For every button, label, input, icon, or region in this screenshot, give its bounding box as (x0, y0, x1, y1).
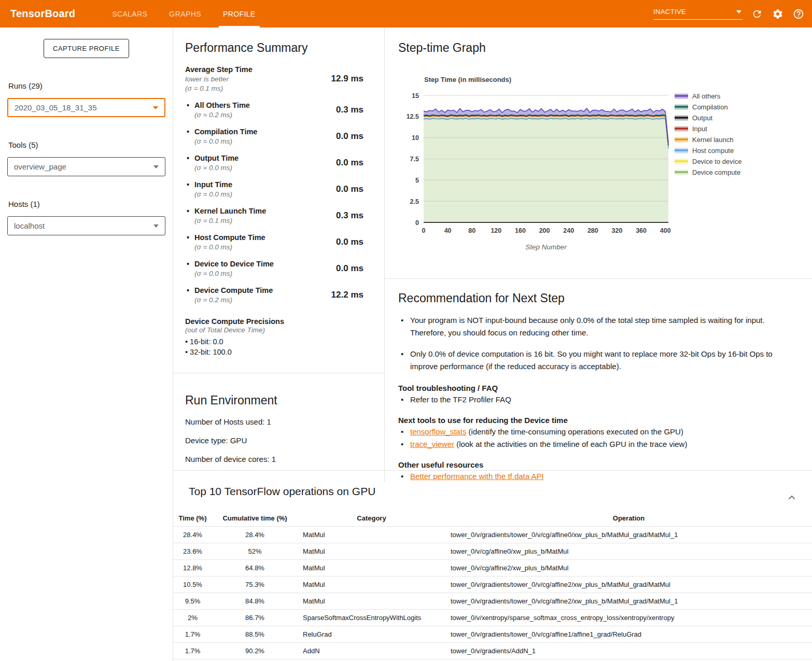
svg-text:Input: Input (692, 125, 707, 133)
table-cell: 10.5% (173, 576, 212, 593)
svg-text:40: 40 (444, 227, 452, 234)
chevron-down-icon (153, 224, 159, 228)
table-cell: tower_0/v/gradients/tower_0/v/cg/affine2… (445, 593, 812, 610)
sidebar: CAPTURE PROFILE Runs (29) 2020_03_05_18_… (0, 27, 173, 661)
device-compute-precisions: Device Compute Precisions (out of Total … (185, 317, 363, 357)
perf-summary-item: •Host Compute Time(σ = 0.0 ms)0.0 ms (185, 233, 363, 251)
tool-link-item: tensorflow_stats (identify the time-cons… (398, 427, 788, 437)
navbar-controls: INACTIVE (653, 8, 812, 20)
table-cell: ReluGrad (298, 626, 445, 643)
svg-text:7.5: 7.5 (410, 156, 419, 163)
svg-text:0: 0 (415, 219, 419, 227)
table-cell: 52% (212, 543, 298, 560)
svg-text:360: 360 (636, 227, 647, 234)
perf-summary-item: •Kernel Launch Time(σ = 0.1 ms)0.3 ms (185, 207, 363, 224)
performance-summary-title: Performance Summary (185, 41, 363, 55)
recommendation-card: Recommendation for Next Step Your progra… (385, 279, 812, 482)
col-time: Time (%) (173, 511, 212, 527)
top-ops-card: Top 10 TensorFlow operations on GPU Time… (173, 471, 812, 661)
col-category: Category (298, 511, 445, 527)
faq-heading: Tool troubleshooting / FAQ (398, 384, 788, 392)
runs-label: Runs (29) (8, 81, 165, 90)
table-row: 23.6%52%MatMultower_0/v/cg/affine0/xw_pl… (173, 543, 812, 560)
table-cell: MatMul (298, 527, 445, 543)
table-cell: tower_0/v/gradients/AddN_1 (445, 643, 812, 659)
svg-text:320: 320 (612, 227, 623, 234)
run-environment-card: Run Environment Number of Hosts used: 1D… (173, 373, 384, 463)
perf-summary-item: •Compilation Time(σ = 0.0 ms)0.0 ms (185, 128, 363, 145)
col-cumulative-time: Cumulative time (%) (212, 511, 298, 527)
table-cell: tower_0/v/gradients/tower_0/v/cg/affine1… (445, 626, 812, 643)
table-cell: tower_0/v/gradients/tower_0/v/cg/affine2… (445, 576, 812, 593)
svg-text:0: 0 (422, 227, 426, 234)
table-cell: MatMul (298, 593, 445, 610)
tab-scalars[interactable]: SCALARS (101, 0, 158, 27)
status-select[interactable]: INACTIVE (653, 8, 743, 20)
refresh-icon[interactable] (751, 8, 763, 20)
table-cell: 1.7% (173, 659, 212, 661)
tab-graphs[interactable]: GRAPHS (158, 0, 212, 27)
step-time-graph-title: Step-time Graph (398, 41, 812, 55)
table-row: 10.5%75.3%MatMultower_0/v/gradients/towe… (173, 576, 812, 593)
table-cell: MatMul (298, 560, 445, 576)
collapse-icon[interactable] (788, 493, 795, 502)
svg-text:All others: All others (692, 92, 721, 100)
run-env-line: Number of device cores: 1 (185, 455, 372, 463)
runs-select[interactable]: 2020_03_05_18_31_35 (7, 98, 165, 117)
table-cell: 12.8% (173, 560, 212, 576)
chevron-down-icon (153, 106, 158, 109)
gear-icon[interactable] (772, 8, 784, 20)
capture-profile-button[interactable]: CAPTURE PROFILE (44, 39, 129, 58)
hosts-select[interactable]: localhost (7, 216, 165, 235)
help-icon[interactable] (792, 8, 805, 20)
svg-text:400: 400 (660, 227, 671, 234)
table-row: 28.4%28.4%MatMultower_0/v/gradients/towe… (173, 527, 812, 543)
performance-summary-card: Performance Summary Average Step Time lo… (173, 27, 384, 373)
table-row: 2%86.7%SparseSoftmaxCrossEntropyWithLogi… (173, 610, 812, 626)
table-cell: 23.6% (173, 543, 212, 560)
status-select-value: INACTIVE (653, 8, 686, 16)
table-cell: 64.8% (212, 560, 298, 576)
average-step-time-note: lower is better (185, 75, 331, 83)
app-title: TensorBoard (10, 8, 75, 20)
tool-link-description: (look at the activities on the timeline … (454, 440, 687, 448)
table-cell: 1.7% (173, 626, 212, 643)
table-cell: tower_0/v/xentropy/sparse_softmax_cross_… (445, 610, 812, 626)
top-ops-table: Time (%) Cumulative time (%) Category Op… (173, 511, 812, 661)
table-cell: tower_0/v/gradients/tower_0/v/cg/affine0… (445, 527, 812, 543)
step-time-graph-card: Step-time Graph 02.557.51012.51504080120… (385, 27, 812, 279)
recommendation-bullet: Your program is NOT input-bound because … (398, 314, 788, 339)
other-resources-heading: Other useful resources (398, 460, 788, 469)
run-environment-title: Run Environment (185, 393, 372, 407)
nav-tabs: SCALARS GRAPHS PROFILE (101, 0, 266, 27)
next-tools-heading: Next tools to use for reducing the Devic… (398, 416, 788, 425)
svg-text:15: 15 (412, 92, 419, 100)
table-cell: MatMul (298, 576, 445, 593)
svg-text:Step Number: Step Number (525, 243, 567, 251)
svg-text:240: 240 (563, 227, 574, 234)
precisions-subtitle: (out of Total Device Time) (185, 326, 363, 334)
tensorflow-stats-link[interactable]: tensorflow_stats (410, 427, 466, 436)
precisions-title: Device Compute Precisions (185, 317, 363, 326)
performance-breakdown-list: •All Others Time(σ = 0.2 ms)0.3 ms•Compi… (185, 101, 363, 304)
table-cell: append_apply_gradient_ops/GradientDescen… (445, 659, 812, 661)
table-row: 1.7%90.2%AddNtower_0/v/gradients/AddN_1 (173, 643, 812, 659)
table-cell: 86.7% (212, 610, 298, 626)
table-header-row: Time (%) Cumulative time (%) Category Op… (173, 511, 812, 527)
tools-select[interactable]: overview_page (7, 157, 165, 176)
tool-link-description: (identify the time-consuming operations … (466, 427, 683, 436)
run-env-line: Device type: GPU (185, 436, 372, 445)
perf-summary-item: •Input Time(σ = 0.0 ms)0.0 ms (185, 180, 363, 198)
svg-text:80: 80 (468, 227, 475, 234)
perf-summary-item: •Output Time(σ = 0.0 ms)0.0 ms (185, 154, 363, 172)
svg-text:200: 200 (539, 227, 550, 234)
svg-text:2.5: 2.5 (410, 198, 419, 205)
table-cell: 28.4% (173, 527, 212, 543)
tab-profile[interactable]: PROFILE (212, 0, 267, 27)
tools-label: Tools (5) (8, 140, 165, 149)
table-cell: 28.4% (212, 527, 298, 543)
table-cell: 84.8% (212, 593, 298, 610)
svg-text:Step Time (in milliseconds): Step Time (in milliseconds) (424, 76, 511, 83)
trace-viewer-link[interactable]: trace_viewer (410, 440, 454, 448)
table-cell: SparseSoftmaxCrossEntropyWithLogits (298, 610, 445, 626)
